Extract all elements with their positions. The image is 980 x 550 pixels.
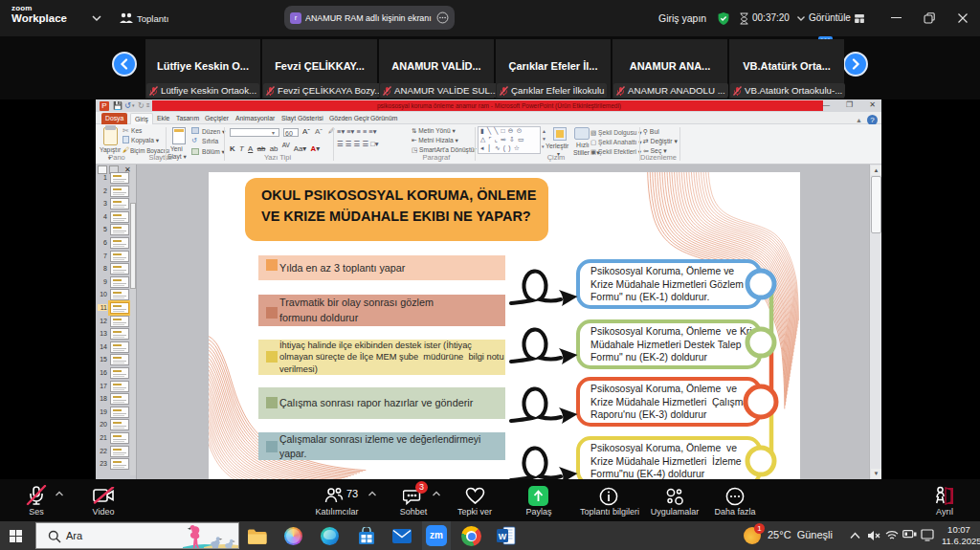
svg-text:W: W bbox=[499, 532, 507, 541]
